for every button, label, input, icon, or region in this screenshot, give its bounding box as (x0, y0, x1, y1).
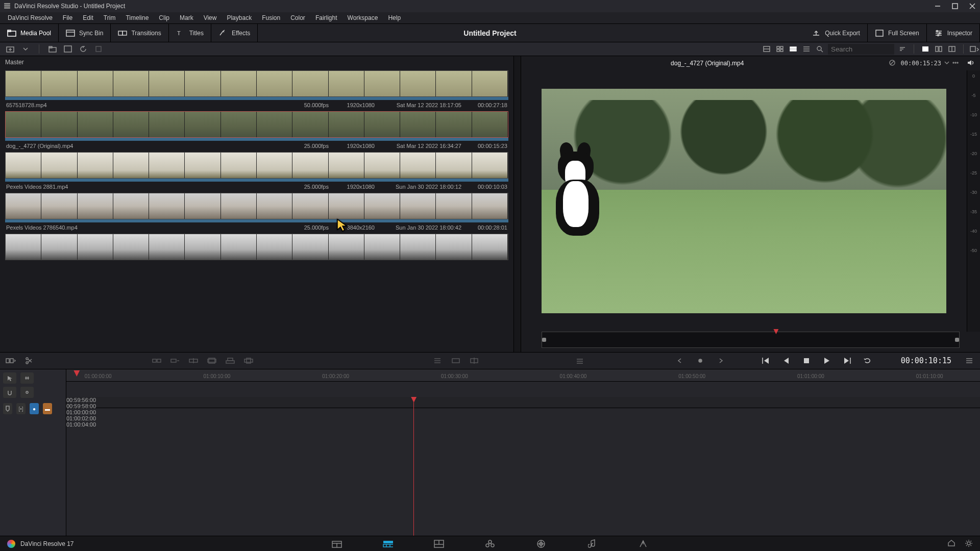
media-page-button[interactable] (332, 539, 342, 549)
home-button[interactable] (947, 539, 955, 548)
transition-icon[interactable] (450, 355, 461, 366)
search-input[interactable] (828, 44, 894, 55)
menu-help[interactable]: Help (383, 13, 405, 22)
menu-workspace[interactable]: Workspace (343, 13, 383, 22)
flag-button[interactable]: [•] (16, 403, 26, 414)
menu-fusion[interactable]: Fusion (257, 13, 285, 22)
window-close-button[interactable] (969, 3, 976, 10)
viewer-options-icon[interactable] (970, 44, 980, 54)
menu-fairlight[interactable]: Fairlight (311, 13, 342, 22)
clip-item[interactable]: Pexels Videos 2786540.mp4 25.000fps 3840… (5, 193, 508, 233)
window-maximize-button[interactable] (951, 3, 959, 10)
filmstrip[interactable] (5, 70, 508, 97)
play-button[interactable] (821, 355, 832, 366)
speaker-icon[interactable] (967, 59, 975, 67)
menu-color[interactable]: Color (286, 13, 310, 22)
full-screen-button[interactable]: Full Screen (868, 24, 927, 42)
clip-item[interactable]: 657518728.mp4 50.000fps 980x551 Sat Ma… (5, 70, 508, 110)
scrub-playhead[interactable] (773, 329, 778, 334)
fusion-page-button[interactable] (485, 539, 495, 549)
media-scrollbar[interactable] (513, 56, 521, 352)
quick-export-button[interactable]: Quick Export (804, 24, 868, 42)
timeline-options-icon[interactable] (574, 355, 585, 366)
menu-clip[interactable]: Clip (154, 13, 174, 22)
window-minimize-button[interactable] (934, 3, 941, 10)
boring-detector-icon[interactable] (5, 355, 16, 366)
import-folder-icon[interactable] (47, 44, 58, 54)
viewer-single-icon[interactable] (920, 44, 930, 54)
thumbnail-view-icon[interactable] (775, 44, 785, 54)
stop-button[interactable] (801, 355, 812, 366)
tools-dropdown-icon[interactable] (432, 355, 443, 366)
close-up-icon[interactable] (206, 355, 217, 366)
viewer-scrub-bar[interactable] (542, 332, 960, 348)
deliver-page-button[interactable] (638, 539, 648, 549)
filmstrip[interactable] (5, 193, 508, 219)
lower-ruler[interactable]: 00:59:56:0000:59:58:0001:00:00:0001:00:0… (66, 397, 980, 408)
filmstrip[interactable] (5, 234, 508, 260)
menu-view[interactable]: View (199, 13, 222, 22)
cut-page-button[interactable] (383, 539, 393, 549)
viewer-menu-icon[interactable] (952, 60, 959, 67)
snap-button[interactable] (3, 387, 16, 398)
smart-insert-icon[interactable] (151, 355, 162, 366)
next-clip-icon-small[interactable] (715, 355, 726, 366)
menu-playback[interactable]: Playback (222, 13, 256, 22)
import-media-icon[interactable] (5, 44, 15, 54)
ripple-overwrite-icon[interactable] (188, 355, 199, 366)
clip-item[interactable] (5, 234, 508, 260)
bypass-icon[interactable] (889, 59, 896, 67)
project-settings-button[interactable] (965, 539, 973, 548)
chevron-down-icon[interactable] (20, 44, 31, 54)
go-start-button[interactable] (760, 355, 771, 366)
marker-tool-button[interactable] (3, 403, 12, 414)
edit-page-button[interactable] (434, 539, 444, 549)
link-button[interactable] (20, 387, 34, 398)
refresh-icon[interactable] (78, 44, 88, 54)
action-icon[interactable] (93, 44, 104, 54)
selection-tool-button[interactable] (3, 372, 16, 384)
menu-trim[interactable]: Trim (99, 13, 120, 22)
color-page-button[interactable] (536, 539, 546, 549)
clip-item[interactable]: dog_-_4727 (Original).mp4 25.000fps 1920… (5, 111, 508, 151)
video-track-toggle[interactable]: ● (30, 403, 39, 414)
strip-view-icon[interactable] (788, 44, 798, 54)
transitions-button[interactable]: Transitions (111, 24, 168, 42)
trim-tool-button[interactable] (20, 372, 34, 384)
sort-icon[interactable] (897, 44, 908, 54)
record-dot-icon[interactable] (695, 355, 706, 366)
play-reverse-button[interactable] (780, 355, 792, 366)
prev-clip-icon-small[interactable] (674, 355, 685, 366)
filmstrip[interactable] (5, 111, 508, 138)
menu-mark[interactable]: Mark (175, 13, 198, 22)
split-clip-icon[interactable] (23, 355, 35, 366)
upper-playhead[interactable] (74, 370, 80, 377)
place-on-top-icon[interactable] (225, 355, 236, 366)
tc-dropdown-icon[interactable] (944, 60, 949, 66)
viewer-canvas[interactable] (521, 70, 967, 332)
loop-button[interactable] (862, 355, 873, 366)
viewer-dual-icon[interactable] (934, 44, 944, 54)
titles-button[interactable]: T Titles (169, 24, 211, 42)
inspector-button[interactable]: Inspector (927, 24, 980, 42)
viewer-timecode[interactable]: 00:00:15:23 (901, 60, 941, 67)
menu-timeline[interactable]: Timeline (121, 13, 153, 22)
filmstrip[interactable] (5, 152, 508, 179)
timecode-menu-icon[interactable] (964, 355, 975, 366)
timeline-timecode[interactable]: 00:00:10:15 (901, 356, 951, 365)
menu-davinci[interactable]: DaVinci Resolve (3, 13, 57, 22)
upper-ruler[interactable]: 01:00:00:0001:00:10:0001:00:20:0001:00:3… (66, 369, 980, 382)
metadata-view-icon[interactable] (762, 44, 772, 54)
scrub-handle-right[interactable] (955, 338, 959, 342)
scrub-handle-left[interactable] (542, 338, 546, 342)
fairlight-page-button[interactable] (587, 539, 597, 549)
sync-bin-button[interactable]: Sync Bin (59, 24, 111, 42)
new-bin-icon[interactable] (63, 44, 73, 54)
timeline-tracks[interactable]: 01:00:00:0001:00:10:0001:00:20:0001:00:3… (66, 369, 980, 536)
audio-track-toggle[interactable]: ▬ (43, 403, 52, 414)
marker-icon[interactable] (469, 355, 480, 366)
master-bin-label[interactable]: Master (0, 56, 513, 68)
media-pool-button[interactable]: Media Pool (0, 24, 59, 42)
list-view-icon[interactable] (801, 44, 812, 54)
viewer-audio-icon[interactable] (947, 44, 957, 54)
